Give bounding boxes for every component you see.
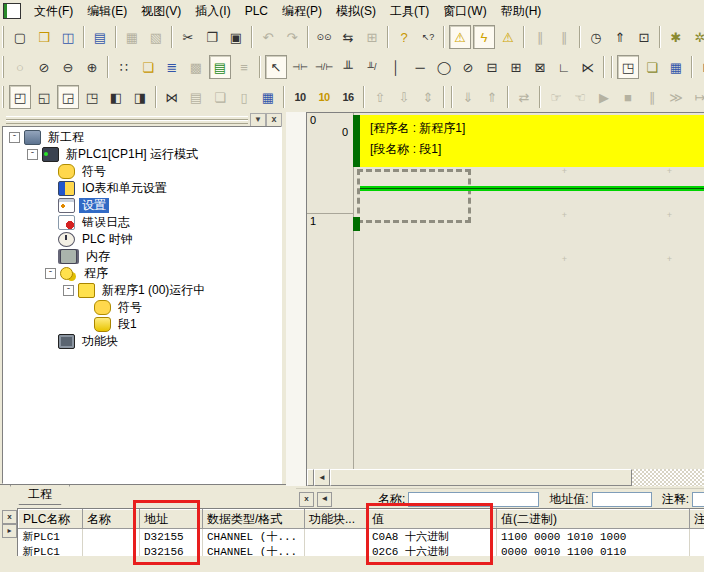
io-comment-binary-view-button[interactable]: ▦	[257, 85, 279, 109]
tree-row-programs[interactable]: -程序	[3, 265, 281, 282]
wrap-rungs-button[interactable]: ▤	[209, 55, 231, 79]
watch-column-header-1[interactable]: 名称	[83, 510, 140, 529]
watch-column-header-0[interactable]: PLC名称	[19, 510, 83, 529]
output-window-button[interactable]: ◱	[33, 85, 55, 109]
tree-row-function-blocks[interactable]: 功能块	[3, 333, 281, 350]
rung-comment-button[interactable]: ❏	[137, 55, 159, 79]
properties-small-button[interactable]: ⊡	[697, 55, 704, 79]
watch-cell-1-4[interactable]	[305, 544, 368, 556]
cut-button[interactable]: ✂	[177, 25, 199, 49]
watch-alarm-toggle-button[interactable]: ⚠	[449, 25, 471, 49]
monitor-signed-decimal-button[interactable]: 10	[313, 85, 335, 109]
watch-cell-1-1[interactable]	[83, 544, 140, 556]
ladder-selection-rect[interactable]	[357, 169, 471, 223]
tree-row-plc-clock[interactable]: PLC 时钟	[3, 231, 281, 248]
cycle-time-view-button[interactable]: ◷	[585, 25, 607, 49]
tree-item-new-program-1[interactable]: 新程序1 (00)运行中	[99, 283, 208, 298]
tree-item-error-log[interactable]: 错误日志	[79, 215, 133, 230]
watch-column-header-3[interactable]: 数据类型/格式	[203, 510, 305, 529]
select-tool-button[interactable]: ↖	[265, 55, 287, 79]
workspace-close-button[interactable]: x	[266, 113, 282, 127]
paste-button[interactable]: ▣	[225, 25, 247, 49]
toolbar-grip[interactable]	[2, 26, 4, 48]
watch-window-toggle-button[interactable]: ◲	[57, 85, 79, 109]
watch-column-header-4[interactable]: 功能块...	[305, 510, 368, 529]
new-vertical-down-button[interactable]: ∟	[553, 55, 575, 79]
watch-column-header-6[interactable]: 值(二进制)	[497, 510, 690, 529]
menu-item-program[interactable]: 编程(P)	[275, 2, 329, 20]
local-symbol-window-button[interactable]: ◧	[105, 85, 127, 109]
program-display-mode-button[interactable]: ◳	[617, 55, 639, 79]
diagram-view-button[interactable]: ⋈	[161, 85, 183, 109]
new-coil-button[interactable]: ◯	[433, 55, 455, 79]
monitor-grid-button[interactable]: ▦	[665, 55, 687, 79]
tree-item-new-project[interactable]: 新工程	[45, 130, 87, 145]
detail-bar-close-button[interactable]: x	[299, 492, 314, 507]
grid-toggle-button[interactable]: ∷	[113, 55, 135, 79]
online-edit-send-button[interactable]: ✱	[665, 25, 687, 49]
watch-row-1[interactable]: 新PLC1D32156CHANNEL (十...02C6 十六进制0000 00…	[19, 544, 704, 556]
save-file-button[interactable]: ◫	[57, 25, 79, 49]
menu-item-plc[interactable]: PLC	[238, 2, 275, 20]
watch-cell-0-1[interactable]	[83, 529, 140, 545]
replace-button[interactable]: ⇆	[337, 25, 359, 49]
monitor-decimal-button[interactable]: 10	[289, 85, 311, 109]
tree-row-symbols[interactable]: 符号	[3, 163, 281, 180]
comment-input[interactable]	[692, 492, 704, 507]
new-invert-button[interactable]: ⋉	[577, 55, 599, 79]
menu-item-edit[interactable]: 编辑(E)	[80, 2, 134, 20]
tree-row-new-program-1[interactable]: -新程序1 (00)运行中	[3, 282, 281, 299]
tree-expand-new-project[interactable]: -	[9, 132, 20, 143]
menu-item-simulation[interactable]: 模拟(S)	[329, 2, 383, 20]
new-contact-button[interactable]: ⊣⊢	[289, 55, 311, 79]
rung1-margin-cell[interactable]: 1	[307, 214, 353, 469]
watch-cell-1-6[interactable]: 0000 0010 1100 0110	[497, 544, 690, 556]
tree-row-new-project[interactable]: -新工程	[3, 129, 281, 146]
zoom-fit-button[interactable]: ⊘	[33, 55, 55, 79]
transfer-program-view-button[interactable]: ⇑	[609, 25, 631, 49]
properties-window-button[interactable]: ◨	[129, 85, 151, 109]
watch-cell-0-4[interactable]	[305, 529, 368, 545]
tree-item-program-symbols[interactable]: 符号	[115, 300, 145, 315]
online-edit-search-button[interactable]: ⊡	[633, 25, 655, 49]
watch-cell-0-6[interactable]: 1100 0000 1010 1000	[497, 529, 690, 545]
help-button[interactable]: ?	[393, 25, 415, 49]
cross-reference-button[interactable]: ◳	[81, 85, 103, 109]
tree-expand-new-program-1[interactable]: -	[63, 285, 74, 296]
tree-expand-new-plc1[interactable]: -	[27, 149, 38, 160]
watch-column-header-7[interactable]: 注释	[690, 510, 704, 529]
tree-item-section-1[interactable]: 段1	[115, 317, 140, 332]
monitor-hex-button[interactable]: 16	[337, 85, 359, 109]
toolbar-grip[interactable]	[2, 56, 4, 78]
menu-item-view[interactable]: 视图(V)	[134, 2, 188, 20]
watch-cell-1-3[interactable]: CHANNEL (十...	[203, 544, 305, 556]
menu-item-help[interactable]: 帮助(H)	[494, 2, 549, 20]
new-closed-coil-button[interactable]: ⊘	[457, 55, 479, 79]
new-fb-parameter-button[interactable]: ⊠	[529, 55, 551, 79]
monitoring-toggle-button[interactable]: ϟ	[473, 25, 495, 49]
address-reference-tool-button[interactable]: ≣	[161, 55, 183, 79]
project-tab[interactable]: 工程	[10, 485, 70, 505]
io-comment-view-button[interactable]: ❏	[641, 55, 663, 79]
new-closed-contact-button[interactable]: ⊣/⊢	[313, 55, 335, 79]
scroll-left-button[interactable]: ◄	[314, 469, 330, 486]
watch-expand-button[interactable]: ▸	[2, 524, 17, 538]
copy-button[interactable]: ❐	[201, 25, 223, 49]
tree-row-program-symbols[interactable]: 符号	[3, 299, 281, 316]
panel-splitter[interactable]	[286, 112, 306, 486]
toggle-project-workspace-button[interactable]: ◰	[9, 85, 31, 109]
tree-item-symbols[interactable]: 符号	[79, 164, 109, 179]
watch-cell-0-3[interactable]: CHANNEL (十...	[203, 529, 305, 545]
watch-row-0[interactable]: 新PLC1D32155CHANNEL (十...C0A8 十六进制1100 00…	[19, 529, 704, 545]
watch-cell-0-7[interactable]	[690, 529, 704, 545]
address-value-input[interactable]	[592, 492, 652, 507]
watch-cell-1-7[interactable]	[690, 544, 704, 556]
detail-bar-collapse-button[interactable]: ◄	[317, 492, 332, 507]
new-or-contact-button[interactable]: ╨	[337, 55, 359, 79]
tree-row-error-log[interactable]: 错误日志	[3, 214, 281, 231]
toolbar-grip[interactable]	[2, 86, 4, 108]
new-or-closed-contact-button[interactable]: ╨/	[361, 55, 383, 79]
menu-item-insert[interactable]: 插入(I)	[188, 2, 237, 20]
tree-row-settings[interactable]: 设置	[3, 197, 281, 214]
tree-item-memory[interactable]: 内存	[83, 249, 113, 264]
